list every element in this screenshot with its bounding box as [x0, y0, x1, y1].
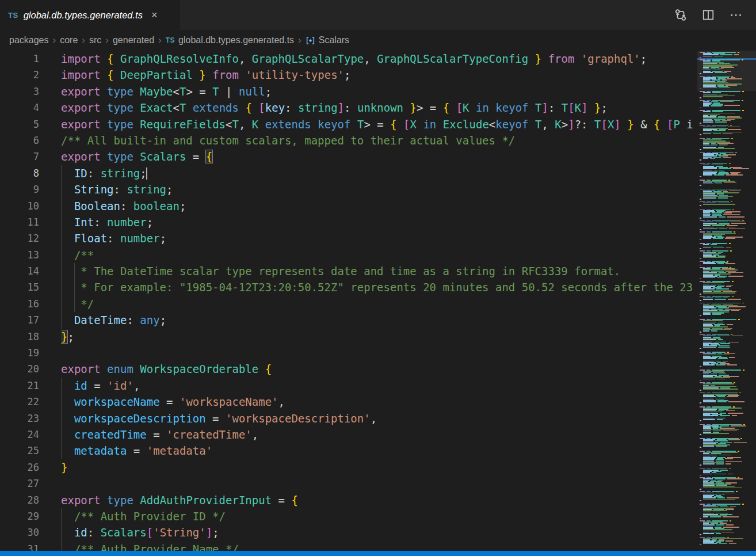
minimap-line	[700, 265, 701, 266]
token: ,	[133, 379, 140, 392]
code-line-29[interactable]: 29 /** Auth Provider ID */	[0, 508, 693, 524]
code-line-15[interactable]: 15 * For example: "1985-04-12T23:20:50.5…	[0, 279, 693, 295]
code-line-8[interactable]: 8 ID: string;	[0, 165, 693, 181]
split-editor-icon[interactable]	[702, 9, 715, 21]
minimap[interactable]	[697, 51, 756, 551]
token	[101, 101, 107, 114]
token: keyof	[495, 101, 528, 114]
token: X	[608, 118, 614, 131]
breadcrumb-item-packages[interactable]: packages	[9, 35, 49, 45]
minimap-line	[700, 300, 701, 301]
code-line-9[interactable]: 9 String: string;	[0, 181, 693, 197]
code-line-3[interactable]: 3export type Maybe<T> = T | null;	[0, 83, 693, 100]
code-line-24[interactable]: 24 createdTime = 'createdTime',	[0, 426, 693, 443]
minimap-line	[700, 348, 701, 349]
code-content	[61, 345, 693, 361]
minimap-line	[700, 218, 701, 219]
breadcrumb-item-global-db-types-generated-ts[interactable]: TSglobal.db.types.generated.ts	[166, 35, 294, 45]
token: :	[127, 314, 140, 326]
symbol-type-icon	[306, 36, 315, 45]
indent-guide	[61, 198, 62, 214]
code-line-12[interactable]: 12 Float: number;	[0, 230, 693, 246]
code-line-30[interactable]: 30 id: Scalars['String'];	[0, 524, 693, 540]
code-line-22[interactable]: 22 workspaceName = 'workspaceName',	[0, 394, 693, 410]
token: K	[555, 118, 561, 131]
code-line-25[interactable]: 25 metadata = 'metadata'	[0, 443, 693, 459]
minimap-line	[700, 73, 701, 74]
minimap-line	[700, 205, 701, 206]
token: Float	[74, 232, 107, 245]
indent-guide	[61, 230, 62, 246]
token: ,	[252, 428, 258, 441]
indent-guide	[61, 508, 62, 524]
minimap-line	[700, 420, 701, 421]
token	[621, 118, 627, 131]
minimap-line	[700, 185, 701, 186]
token	[186, 101, 192, 114]
breadcrumb-item-src[interactable]: src	[89, 35, 101, 45]
minimap-line	[700, 544, 701, 546]
code-line-10[interactable]: 10 Boolean: boolean;	[0, 198, 693, 214]
code-content: export type Exact<T extends { [key: stri…	[61, 100, 693, 116]
token: 'id'	[107, 379, 133, 392]
code-line-4[interactable]: 4export type Exact<T extends { [key: str…	[0, 100, 693, 116]
code-line-7[interactable]: 7export type Scalars = {	[0, 148, 693, 165]
code-line-13[interactable]: 13 /**	[0, 247, 693, 263]
line-number: 13	[0, 247, 39, 263]
compare-changes-icon[interactable]	[674, 9, 687, 21]
token: :	[344, 101, 357, 114]
token: ,	[278, 395, 285, 408]
code-line-6[interactable]: 6/** All built-in and custom scalars, ma…	[0, 132, 693, 148]
token: >	[562, 118, 568, 131]
chevron-right-icon: ›	[82, 35, 85, 46]
editor-lines[interactable]: 1import { GraphQLResolveInfo, GraphQLSca…	[0, 51, 693, 556]
code-content: DateTime: any;	[61, 312, 693, 328]
line-number: 2	[0, 67, 39, 83]
code-line-16[interactable]: 16 */	[0, 296, 693, 312]
editor-actions: ⋯	[674, 0, 756, 30]
line-number: 5	[0, 116, 39, 132]
token: Scalars	[140, 150, 186, 163]
code-line-2[interactable]: 2import { DeepPartial } from 'utility-ty…	[0, 67, 693, 83]
tab-global-db-types-generated-ts[interactable]: TS global.db.types.generated.ts ×	[0, 0, 180, 30]
token	[61, 167, 74, 180]
code-line-23[interactable]: 23 workspaceDescription = 'workspaceDesc…	[0, 410, 693, 426]
line-number: 12	[0, 230, 39, 246]
code-line-17[interactable]: 17 DateTime: any;	[0, 312, 693, 328]
token: ;	[166, 183, 173, 196]
code-line-26[interactable]: 26}	[0, 459, 693, 475]
breadcrumb-item-generated[interactable]: generated	[113, 35, 154, 45]
minimap-line	[700, 159, 701, 161]
token: Boolean	[74, 200, 120, 212]
token: boolean	[133, 200, 180, 212]
token: ;	[212, 526, 219, 539]
code-line-18[interactable]: 18};	[0, 329, 693, 345]
breadcrumb-item-scalars[interactable]: Scalars	[306, 35, 349, 45]
line-number: 3	[0, 83, 39, 100]
code-line-11[interactable]: 11 Int: number;	[0, 214, 693, 230]
close-icon[interactable]: ×	[151, 10, 158, 20]
breadcrumb-item-core[interactable]: core	[60, 35, 78, 45]
more-actions-icon[interactable]: ⋯	[730, 12, 743, 18]
code-content: * The DateTime scalar type represents da…	[61, 263, 693, 279]
token: <	[173, 101, 180, 114]
token: 'utility-types'	[245, 68, 344, 81]
code-line-21[interactable]: 21 id = 'id',	[0, 378, 693, 394]
line-number: 17	[0, 312, 39, 328]
token: number	[107, 216, 147, 229]
code-line-20[interactable]: 20export enum WorkspaceOrderable {	[0, 361, 693, 377]
line-number: 4	[0, 100, 39, 116]
minimap-row	[697, 434, 756, 435]
indent-guide	[61, 312, 62, 328]
token: /** Auth Provider ID */	[74, 510, 226, 523]
code-line-28[interactable]: 28export type AddAuthProviderInput = {	[0, 492, 693, 508]
code-line-27[interactable]: 27	[0, 475, 693, 492]
token: [	[568, 101, 574, 114]
token: * The DateTime scalar type represents da…	[61, 265, 620, 277]
code-line-1[interactable]: 1import { GraphQLResolveInfo, GraphQLSca…	[0, 51, 693, 67]
breadcrumb-label: global.db.types.generated.ts	[178, 35, 294, 45]
code-line-14[interactable]: 14 * The DateTime scalar type represents…	[0, 263, 693, 279]
minimap-row	[697, 315, 756, 317]
code-line-19[interactable]: 19	[0, 345, 693, 361]
code-line-5[interactable]: 5export type RequireFields<T, K extends …	[0, 116, 693, 132]
